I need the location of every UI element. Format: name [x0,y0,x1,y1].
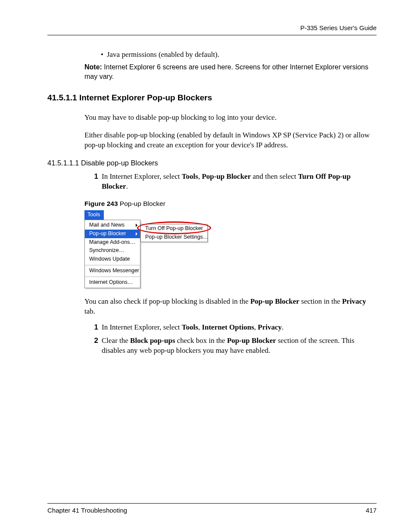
menu-item-manage-addons[interactable]: Manage Add-ons… [85,238,140,247]
footer-page-number: 417 [366,506,377,515]
heading-num: 41.5.1.1.1 [47,159,79,167]
popup-blocker-submenu: Turn Off Pop-up Blocker Pop-up Blocker S… [140,224,208,242]
procedure-list: 1 In Internet Explorer, select Tools, In… [92,323,377,356]
tools-menu-panel: Mail and News Pop-up Blocker Manage Add-… [84,220,140,288]
step-text: In Internet Explorer, select Tools, Inte… [102,323,283,333]
procedure-step: 1 In Internet Explorer, select Tools, In… [92,323,377,333]
figure-screenshot: Tools Mail and News Pop-up Blocker Manag… [84,210,209,288]
step-number: 1 [92,323,98,333]
step-number: 1 [92,172,98,192]
chevron-right-icon [136,224,137,227]
bullet-text: Java permissions (enabled by default). [107,50,219,60]
heading-title: Disable pop-up Blockers [79,159,158,167]
page-header: P-335 Series User's Guide [47,24,377,35]
submenu-item-turn-off[interactable]: Turn Off Pop-up Blocker [141,224,207,233]
menu-item-internet-options[interactable]: Internet Options… [85,278,140,287]
step-text: Clear the Block pop-ups check box in the… [102,336,377,356]
heading-41511: 41.5.1.1 Internet Explorer Pop-up Blocke… [47,92,377,103]
note-block: Note: Internet Explorer 6 screens are us… [84,62,377,81]
heading-num: 41.5.1.1 [47,93,77,102]
figure-label: Figure 243 [84,200,118,207]
step-number: 2 [92,336,98,356]
tools-menu-button[interactable]: Tools [84,210,104,220]
paragraph: You may have to disable pop-up blocking … [84,113,377,123]
figure-caption: Figure 243 Pop-up Blocker [84,199,377,208]
procedure-step: 1 In Internet Explorer, select Tools, Po… [92,172,377,192]
menu-item-windows-update[interactable]: Windows Update [85,255,140,264]
menu-item-windows-messenger[interactable]: Windows Messenger [85,267,140,275]
menu-item-mail-news[interactable]: Mail and News [85,221,140,230]
note-text: Internet Explorer 6 screens are used her… [84,63,368,80]
procedure-list: 1 In Internet Explorer, select Tools, Po… [92,172,377,192]
chevron-right-icon [136,232,137,236]
menu-separator [85,277,140,277]
menu-item-popup-blocker[interactable]: Pop-up Blocker [85,230,140,238]
paragraph: You can also check if pop-up blocking is… [84,297,377,317]
paragraph: Either disable pop-up blocking (enabled … [84,131,377,150]
step-text: In Internet Explorer, select Tools, Pop-… [102,172,377,192]
footer-chapter: Chapter 41 Troubleshooting [47,506,127,515]
guide-title: P-335 Series User's Guide [300,24,377,31]
page-content: • Java permissions (enabled by default).… [47,50,377,503]
procedure-step: 2 Clear the Block pop-ups check box in t… [92,336,377,356]
menu-item-synchronize[interactable]: Synchronize… [85,246,140,255]
bullet-dot: • [101,50,103,60]
heading-415111: 41.5.1.1.1 Disable pop-up Blockers [47,158,377,168]
bullet-item: • Java permissions (enabled by default). [101,50,377,60]
menu-separator [85,265,140,265]
page-footer: Chapter 41 Troubleshooting 417 [47,503,377,515]
note-label: Note: [84,63,102,71]
figure-title: Pop-up Blocker [118,200,165,207]
heading-title: Internet Explorer Pop-up Blockers [77,93,212,102]
submenu-item-settings[interactable]: Pop-up Blocker Settings… [141,233,207,242]
